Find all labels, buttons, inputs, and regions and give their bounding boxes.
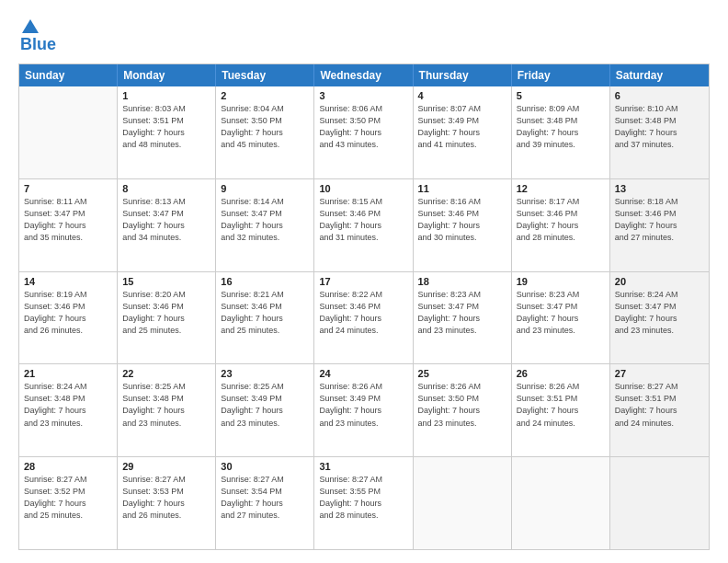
logo-icon bbox=[20, 17, 40, 37]
calendar-cell: 24Sunrise: 8:26 AM Sunset: 3:49 PM Dayli… bbox=[314, 364, 413, 456]
day-number: 11 bbox=[418, 183, 506, 194]
calendar-cell bbox=[610, 457, 709, 549]
day-info: Sunrise: 8:04 AM Sunset: 3:50 PM Dayligh… bbox=[221, 103, 309, 151]
logo-text bbox=[18, 17, 40, 37]
day-info: Sunrise: 8:10 AM Sunset: 3:48 PM Dayligh… bbox=[615, 103, 704, 151]
day-info: Sunrise: 8:23 AM Sunset: 3:47 PM Dayligh… bbox=[517, 289, 605, 337]
calendar-cell: 28Sunrise: 8:27 AM Sunset: 3:52 PM Dayli… bbox=[19, 457, 118, 549]
day-info: Sunrise: 8:18 AM Sunset: 3:46 PM Dayligh… bbox=[615, 196, 704, 244]
calendar-cell: 4Sunrise: 8:07 AM Sunset: 3:49 PM Daylig… bbox=[414, 86, 512, 178]
day-number: 10 bbox=[319, 183, 407, 194]
calendar-cell: 1Sunrise: 8:03 AM Sunset: 3:51 PM Daylig… bbox=[118, 86, 216, 178]
day-number: 25 bbox=[418, 368, 506, 379]
logo: Blue bbox=[18, 17, 56, 54]
calendar-cell: 14Sunrise: 8:19 AM Sunset: 3:46 PM Dayli… bbox=[19, 272, 118, 364]
calendar-cell: 20Sunrise: 8:24 AM Sunset: 3:47 PM Dayli… bbox=[610, 272, 709, 364]
calendar-header-cell: Tuesday bbox=[216, 64, 314, 86]
day-info: Sunrise: 8:21 AM Sunset: 3:46 PM Dayligh… bbox=[221, 289, 309, 337]
calendar-row: 21Sunrise: 8:24 AM Sunset: 3:48 PM Dayli… bbox=[19, 363, 709, 456]
calendar-header-cell: Friday bbox=[512, 64, 610, 86]
day-info: Sunrise: 8:09 AM Sunset: 3:48 PM Dayligh… bbox=[517, 103, 605, 151]
calendar-header-cell: Sunday bbox=[19, 64, 118, 86]
day-info: Sunrise: 8:23 AM Sunset: 3:47 PM Dayligh… bbox=[418, 289, 506, 337]
day-number: 4 bbox=[418, 90, 506, 101]
calendar-cell: 10Sunrise: 8:15 AM Sunset: 3:46 PM Dayli… bbox=[314, 179, 413, 271]
day-info: Sunrise: 8:19 AM Sunset: 3:46 PM Dayligh… bbox=[24, 289, 112, 337]
calendar-cell: 22Sunrise: 8:25 AM Sunset: 3:48 PM Dayli… bbox=[118, 364, 216, 456]
day-info: Sunrise: 8:03 AM Sunset: 3:51 PM Dayligh… bbox=[122, 103, 210, 151]
day-info: Sunrise: 8:24 AM Sunset: 3:48 PM Dayligh… bbox=[24, 381, 112, 429]
calendar-cell: 11Sunrise: 8:16 AM Sunset: 3:46 PM Dayli… bbox=[414, 179, 512, 271]
calendar-cell: 26Sunrise: 8:26 AM Sunset: 3:51 PM Dayli… bbox=[512, 364, 610, 456]
day-info: Sunrise: 8:07 AM Sunset: 3:49 PM Dayligh… bbox=[418, 103, 506, 151]
calendar-cell: 21Sunrise: 8:24 AM Sunset: 3:48 PM Dayli… bbox=[19, 364, 118, 456]
day-number: 13 bbox=[615, 183, 704, 194]
day-number: 18 bbox=[418, 276, 506, 287]
day-info: Sunrise: 8:15 AM Sunset: 3:46 PM Dayligh… bbox=[319, 196, 407, 244]
calendar-cell: 6Sunrise: 8:10 AM Sunset: 3:48 PM Daylig… bbox=[610, 86, 709, 178]
day-number: 22 bbox=[122, 368, 210, 379]
day-number: 17 bbox=[319, 276, 407, 287]
day-info: Sunrise: 8:24 AM Sunset: 3:47 PM Dayligh… bbox=[615, 289, 704, 337]
calendar: SundayMondayTuesdayWednesdayThursdayFrid… bbox=[18, 63, 710, 550]
calendar-cell: 16Sunrise: 8:21 AM Sunset: 3:46 PM Dayli… bbox=[216, 272, 314, 364]
calendar-cell: 7Sunrise: 8:11 AM Sunset: 3:47 PM Daylig… bbox=[19, 179, 118, 271]
day-number: 5 bbox=[517, 90, 605, 101]
calendar-cell: 8Sunrise: 8:13 AM Sunset: 3:47 PM Daylig… bbox=[118, 179, 216, 271]
day-number: 3 bbox=[319, 90, 407, 101]
day-number: 24 bbox=[319, 368, 407, 379]
calendar-cell: 29Sunrise: 8:27 AM Sunset: 3:53 PM Dayli… bbox=[118, 457, 216, 549]
day-info: Sunrise: 8:26 AM Sunset: 3:49 PM Dayligh… bbox=[319, 381, 407, 429]
day-info: Sunrise: 8:27 AM Sunset: 3:52 PM Dayligh… bbox=[24, 474, 112, 522]
day-info: Sunrise: 8:27 AM Sunset: 3:51 PM Dayligh… bbox=[615, 381, 704, 429]
calendar-row: 7Sunrise: 8:11 AM Sunset: 3:47 PM Daylig… bbox=[19, 178, 709, 271]
day-number: 2 bbox=[221, 90, 309, 101]
calendar-cell: 30Sunrise: 8:27 AM Sunset: 3:54 PM Dayli… bbox=[216, 457, 314, 549]
day-number: 8 bbox=[122, 183, 210, 194]
day-info: Sunrise: 8:27 AM Sunset: 3:55 PM Dayligh… bbox=[319, 474, 407, 522]
calendar-cell: 15Sunrise: 8:20 AM Sunset: 3:46 PM Dayli… bbox=[118, 272, 216, 364]
calendar-header-cell: Monday bbox=[118, 64, 216, 86]
calendar-header-cell: Saturday bbox=[610, 64, 709, 86]
calendar-header-cell: Thursday bbox=[414, 64, 512, 86]
day-info: Sunrise: 8:13 AM Sunset: 3:47 PM Dayligh… bbox=[122, 196, 210, 244]
logo-blue: Blue bbox=[20, 35, 56, 53]
day-info: Sunrise: 8:06 AM Sunset: 3:50 PM Dayligh… bbox=[319, 103, 407, 151]
day-info: Sunrise: 8:25 AM Sunset: 3:48 PM Dayligh… bbox=[122, 381, 210, 429]
day-info: Sunrise: 8:17 AM Sunset: 3:46 PM Dayligh… bbox=[517, 196, 605, 244]
day-number: 7 bbox=[24, 183, 112, 194]
day-number: 15 bbox=[122, 276, 210, 287]
calendar-cell: 18Sunrise: 8:23 AM Sunset: 3:47 PM Dayli… bbox=[414, 272, 512, 364]
day-info: Sunrise: 8:22 AM Sunset: 3:46 PM Dayligh… bbox=[319, 289, 407, 337]
calendar-header: SundayMondayTuesdayWednesdayThursdayFrid… bbox=[19, 64, 709, 86]
calendar-cell: 9Sunrise: 8:14 AM Sunset: 3:47 PM Daylig… bbox=[216, 179, 314, 271]
page: Blue SundayMondayTuesdayWednesdayThursda… bbox=[0, 0, 728, 563]
day-number: 30 bbox=[221, 461, 309, 472]
day-number: 31 bbox=[319, 461, 407, 472]
calendar-cell: 12Sunrise: 8:17 AM Sunset: 3:46 PM Dayli… bbox=[512, 179, 610, 271]
calendar-cell: 13Sunrise: 8:18 AM Sunset: 3:46 PM Dayli… bbox=[610, 179, 709, 271]
calendar-cell: 31Sunrise: 8:27 AM Sunset: 3:55 PM Dayli… bbox=[314, 457, 413, 549]
calendar-row: 1Sunrise: 8:03 AM Sunset: 3:51 PM Daylig… bbox=[19, 86, 709, 178]
calendar-cell: 3Sunrise: 8:06 AM Sunset: 3:50 PM Daylig… bbox=[314, 86, 413, 178]
day-info: Sunrise: 8:16 AM Sunset: 3:46 PM Dayligh… bbox=[418, 196, 506, 244]
day-number: 21 bbox=[24, 368, 112, 379]
day-number: 6 bbox=[615, 90, 704, 101]
day-number: 19 bbox=[517, 276, 605, 287]
day-number: 20 bbox=[615, 276, 704, 287]
day-number: 9 bbox=[221, 183, 309, 194]
day-number: 26 bbox=[517, 368, 605, 379]
day-info: Sunrise: 8:11 AM Sunset: 3:47 PM Dayligh… bbox=[24, 196, 112, 244]
calendar-cell: 17Sunrise: 8:22 AM Sunset: 3:46 PM Dayli… bbox=[314, 272, 413, 364]
calendar-cell bbox=[414, 457, 512, 549]
day-number: 23 bbox=[221, 368, 309, 379]
day-number: 29 bbox=[122, 461, 210, 472]
calendar-cell: 2Sunrise: 8:04 AM Sunset: 3:50 PM Daylig… bbox=[216, 86, 314, 178]
calendar-cell: 19Sunrise: 8:23 AM Sunset: 3:47 PM Dayli… bbox=[512, 272, 610, 364]
calendar-cell: 23Sunrise: 8:25 AM Sunset: 3:49 PM Dayli… bbox=[216, 364, 314, 456]
calendar-header-cell: Wednesday bbox=[314, 64, 413, 86]
day-info: Sunrise: 8:14 AM Sunset: 3:47 PM Dayligh… bbox=[221, 196, 309, 244]
calendar-cell: 5Sunrise: 8:09 AM Sunset: 3:48 PM Daylig… bbox=[512, 86, 610, 178]
day-number: 27 bbox=[615, 368, 704, 379]
calendar-cell bbox=[512, 457, 610, 549]
